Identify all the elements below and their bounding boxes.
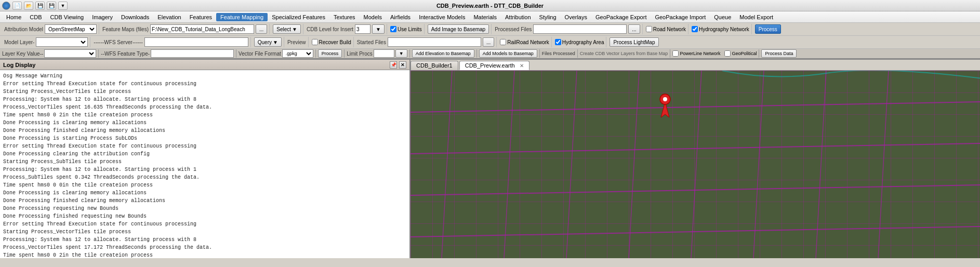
sep5 — [409, 49, 410, 58]
hydrography-network-label[interactable]: Hydrography Network — [692, 26, 749, 32]
menu-attribution[interactable]: Attribution — [501, 13, 535, 21]
tab-cdb-preview[interactable]: CDB_Preview.earth ✕ — [459, 61, 529, 70]
road-network-label[interactable]: Road Network — [646, 26, 686, 32]
limit-procs-dropdown[interactable]: ▼ — [395, 49, 407, 58]
new-btn[interactable]: 📄 — [12, 2, 22, 10]
menu-interactive-models[interactable]: Interactive Models — [415, 13, 469, 21]
menu-cdb-viewing[interactable]: CDB Viewing — [46, 13, 88, 21]
menu-elevation[interactable]: Elevation — [153, 13, 185, 21]
menu-overlays[interactable]: Overlays — [561, 13, 591, 21]
add-models-btn[interactable]: Add Models to Basemap — [479, 49, 537, 58]
powerline-checkbox[interactable] — [672, 50, 679, 57]
cdb-level-input[interactable] — [355, 24, 370, 34]
process-lightmap-section: Process LightMap — [607, 37, 660, 47]
menu-models[interactable]: Models — [360, 13, 386, 21]
wfs-feature-type-input[interactable] — [151, 49, 234, 58]
feature-maps-input[interactable] — [150, 24, 254, 34]
menu-airfields[interactable]: Airfields — [386, 13, 415, 21]
log-line: Process_SubTiles spent 0.342 ThreadSecon… — [3, 173, 406, 181]
powerline-label[interactable]: PowerLine Network — [672, 50, 720, 57]
road-network-checkbox[interactable] — [646, 26, 652, 32]
vector-file-format-select[interactable]: .gpkg — [282, 49, 313, 58]
recover-build-checkbox[interactable] — [312, 39, 318, 45]
attribution-model-section: Attribution Model OpenStreetMap — [2, 24, 99, 34]
wfs-feature-type-label: --WFS Feature Type- — [101, 51, 150, 57]
processed-files-browse[interactable]: ... — [628, 24, 640, 34]
menu-downloads[interactable]: Downloads — [117, 13, 153, 21]
menu-queue[interactable]: Queue — [710, 13, 735, 21]
saveas-btn[interactable]: 💾 — [47, 2, 56, 10]
menu-features[interactable]: Features — [186, 13, 216, 21]
railroad-network-checkbox[interactable] — [500, 39, 506, 45]
select-label: Select — [276, 26, 291, 32]
log-line: Processing: System has 12 to allocate. S… — [3, 236, 406, 244]
menu-model-export[interactable]: Model Export — [735, 13, 777, 21]
process-button[interactable]: Process — [755, 24, 781, 34]
road-network-text: Road Network — [653, 26, 686, 32]
log-content[interactable]: Osg Message WarningError setting Thread … — [0, 70, 409, 258]
processed-files-input[interactable] — [533, 24, 627, 34]
menu-materials[interactable]: Materials — [469, 13, 501, 21]
limit-procs-label: Limit Procs — [347, 51, 372, 57]
limit-procs-input[interactable] — [374, 49, 394, 58]
menu-specialized-features[interactable]: Specialized Features — [268, 13, 329, 21]
cdb-level-dropdown[interactable]: ▼ — [372, 24, 385, 34]
geopolitical-checkbox[interactable] — [724, 50, 731, 57]
use-limits-label[interactable]: Use Limits — [390, 26, 422, 32]
menu-geopackage-import[interactable]: GeoPackage Import — [651, 13, 710, 21]
layer-key-select[interactable] — [44, 49, 96, 58]
recover-build-text: Recover Build — [319, 39, 351, 45]
menu-styling[interactable]: Styling — [535, 13, 561, 21]
process-lightmap-btn[interactable]: Process LightMap — [610, 37, 658, 47]
railroad-network-label[interactable]: RailRoad Network — [500, 39, 549, 45]
menu-textures[interactable]: Textures — [329, 13, 360, 21]
add-image-btn[interactable]: Add Image to Basemap — [428, 24, 489, 34]
process-data-btn[interactable]: Process Data — [761, 49, 797, 58]
menu-imagery[interactable]: Imagery — [88, 13, 117, 21]
model-layer-section: Model Layer- — [2, 37, 90, 47]
menu-feature-mapping[interactable]: Feature Mapping — [216, 13, 268, 21]
log-title: Log Display — [3, 62, 35, 68]
log-line: Done Processing finished clearing memory… — [3, 127, 406, 135]
model-layer-select[interactable] — [36, 37, 88, 47]
menu-home[interactable]: Home — [2, 13, 25, 21]
log-pin-btn[interactable]: 📌 — [390, 61, 397, 69]
road-network-section: Road Network — [644, 24, 688, 34]
limit-procs-section: Limit Procs ▼ — [347, 49, 407, 58]
hydrography-area-label[interactable]: Hydrography Area — [555, 39, 604, 45]
query-arrow-icon: ▼ — [273, 39, 278, 45]
sep8 — [577, 49, 578, 58]
map-panel: CDB_Builder1 CDB_Preview.earth ✕ — [410, 60, 980, 258]
app-icon — [2, 2, 10, 10]
log-close-btn[interactable]: ✕ — [399, 61, 406, 69]
open-btn[interactable]: 📂 — [24, 2, 33, 10]
cdb-level-section: CDB Level for Insert ▼ — [304, 24, 387, 34]
geopolitical-label[interactable]: GeoPolitical — [724, 50, 757, 57]
started-files-input[interactable] — [388, 37, 481, 47]
save-btn[interactable]: 💾 — [35, 2, 45, 10]
add-elevation-btn[interactable]: Add Elevation to Basemap — [412, 49, 474, 58]
railroad-network-text: RailRoad Network — [507, 39, 549, 45]
select-dropdown-btn[interactable]: Select ▼ — [273, 24, 301, 34]
menu-cdb[interactable]: CDB — [25, 13, 46, 21]
map-content[interactable] — [410, 71, 980, 258]
hydrography-area-checkbox[interactable] — [555, 39, 561, 45]
preview-section: Preview — [285, 37, 309, 47]
tab-cdb-builder1[interactable]: CDB_Builder1 — [410, 61, 458, 70]
menu-geopackage-export[interactable]: GeoPackage Export — [591, 13, 651, 21]
recover-build-label[interactable]: Recover Build — [312, 39, 351, 45]
browse-btn[interactable]: ... — [256, 24, 267, 34]
feature-maps-section: Feature Maps (files) ... — [100, 24, 270, 34]
hydrography-network-checkbox[interactable] — [692, 26, 698, 32]
tab-close-icon[interactable]: ✕ — [520, 63, 524, 69]
use-limits-checkbox[interactable] — [390, 26, 396, 32]
log-line: Error setting Thread Execution state for… — [3, 80, 406, 88]
started-files-browse[interactable]: ... — [483, 37, 494, 47]
attribution-model-label: Attribution Model — [4, 26, 43, 32]
attribution-model-select[interactable]: OpenStreetMap — [45, 24, 97, 34]
process-row3-btn[interactable]: Process — [318, 49, 342, 58]
query-dropdown-btn[interactable]: Query ▼ — [254, 37, 282, 47]
customize-btn[interactable]: ▼ — [58, 2, 68, 10]
wfs-server-input[interactable] — [144, 37, 248, 47]
log-line: Process_VectorTiles spent 16.635 ThreadS… — [3, 103, 406, 111]
